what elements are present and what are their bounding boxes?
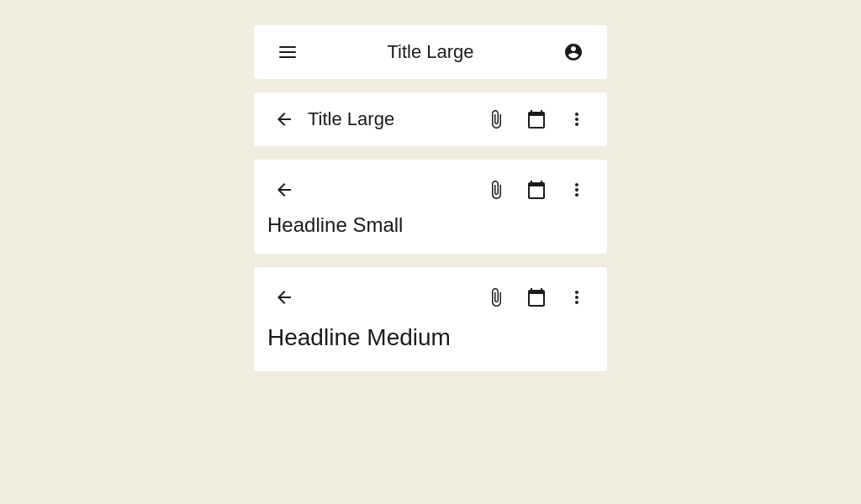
top-app-bar-2: Title Large <box>254 92 607 146</box>
more-vert-icon-3 <box>567 180 587 200</box>
arrow-back-icon-3 <box>274 180 294 200</box>
card-4: Headline Medium <box>254 267 607 371</box>
action-group-2 <box>479 102 594 136</box>
arrow-back-icon-2 <box>274 109 294 129</box>
headline-small-title: Headline Small <box>267 210 594 240</box>
attachment-button-3[interactable] <box>479 173 513 207</box>
attachment-icon-2 <box>486 109 506 129</box>
action-group-4 <box>479 281 594 314</box>
attachment-button-4[interactable] <box>479 281 513 314</box>
more-vert-icon-4 <box>567 287 587 307</box>
calendar-button-3[interactable] <box>520 173 553 207</box>
calendar-button-4[interactable] <box>520 281 553 314</box>
account-circle-icon <box>563 42 584 62</box>
back-button-4[interactable] <box>267 281 301 314</box>
attachment-icon-3 <box>486 180 506 200</box>
card-2: Title Large <box>254 92 607 146</box>
card-3: Headline Small <box>254 160 607 254</box>
app-bar-title-2: Title Large <box>308 108 473 130</box>
top-app-bar-1: Title Large <box>254 25 607 79</box>
attachment-button-2[interactable] <box>479 102 513 136</box>
main-container: Title Large Title Large <box>254 17 607 371</box>
back-button-2[interactable] <box>267 102 301 136</box>
more-vert-icon-2 <box>567 109 587 129</box>
attachment-icon-4 <box>486 287 506 307</box>
arrow-back-icon-4 <box>274 287 294 307</box>
calendar-icon-3 <box>526 180 547 200</box>
headline-medium-title: Headline Medium <box>267 318 594 354</box>
card-1: Title Large <box>254 25 607 79</box>
hamburger-icon <box>279 46 296 58</box>
calendar-icon-4 <box>526 287 547 307</box>
more-button-3[interactable] <box>560 173 594 207</box>
calendar-button-2[interactable] <box>520 102 553 136</box>
back-button-3[interactable] <box>267 173 301 207</box>
more-button-4[interactable] <box>560 281 594 314</box>
action-group-3 <box>479 173 594 207</box>
top-row-4 <box>267 277 594 318</box>
calendar-icon-2 <box>526 109 547 129</box>
top-app-bar-4: Headline Medium <box>254 267 607 371</box>
top-app-bar-3: Headline Small <box>254 160 607 254</box>
app-bar-title: Title Large <box>387 41 473 63</box>
account-button[interactable] <box>557 35 590 69</box>
top-row-3 <box>267 170 594 210</box>
more-button-2[interactable] <box>560 102 594 136</box>
menu-button[interactable] <box>271 35 304 69</box>
